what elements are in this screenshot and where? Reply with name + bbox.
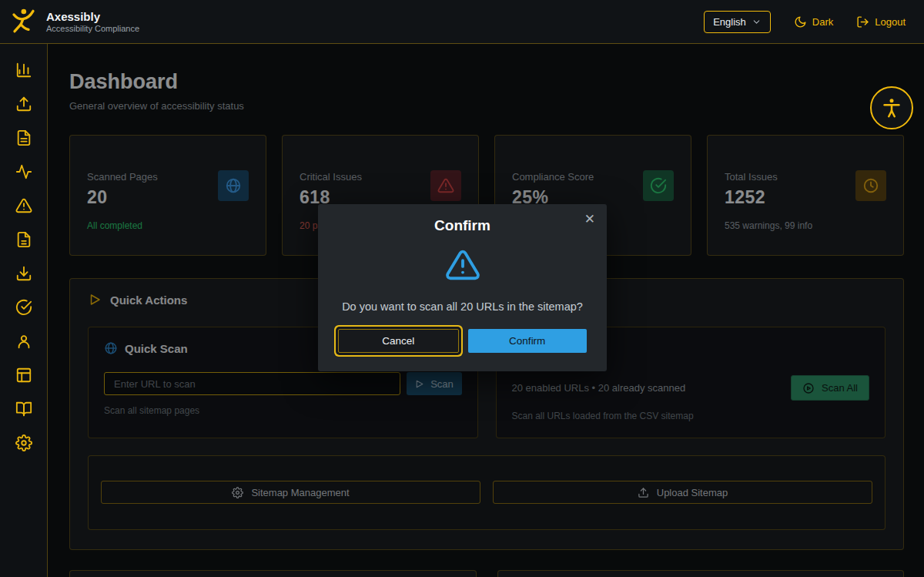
document-icon [15, 231, 32, 248]
sidebar-item-settings[interactable] [15, 434, 33, 451]
check-circle-icon [15, 299, 32, 316]
app-header: Axessibly Accessibility Compliance Engli… [0, 0, 924, 44]
chevron-down-icon [752, 17, 762, 27]
theme-toggle-label: Dark [812, 16, 833, 28]
app-name: Axessibly [46, 10, 139, 25]
upload-icon [15, 96, 32, 112]
layout-icon [15, 367, 32, 384]
alert-triangle-icon [15, 197, 32, 214]
file-text-icon [15, 129, 32, 146]
cancel-button[interactable]: Cancel [338, 329, 459, 353]
user-icon [15, 333, 32, 350]
sidebar-nav [0, 44, 48, 577]
logout-label: Logout [875, 16, 906, 28]
language-selector[interactable]: English [704, 11, 771, 33]
app-identity: Axessibly Accessibility Compliance [46, 10, 139, 34]
sidebar-item-issues[interactable] [15, 196, 33, 214]
close-icon[interactable]: ✕ [584, 213, 595, 226]
language-selector-label: English [713, 16, 746, 28]
sidebar-item-users[interactable] [15, 332, 33, 350]
modal-warning [333, 247, 591, 283]
download-icon [15, 265, 32, 282]
confirm-modal: Confirm ✕ Do you want to scan all 20 URL… [318, 204, 607, 371]
moon-icon [794, 15, 807, 29]
sidebar-item-tasks[interactable] [15, 298, 33, 316]
sidebar-item-reports[interactable] [15, 129, 33, 146]
alert-triangle-icon [445, 247, 480, 283]
activity-icon [15, 163, 32, 180]
settings-icon [15, 434, 32, 451]
modal-message: Do you want to scan all 20 URLs in the s… [333, 300, 591, 313]
accessibility-widget-button[interactable] [870, 86, 913, 129]
sidebar-item-activity[interactable] [15, 163, 33, 180]
sidebar-item-layout[interactable] [15, 366, 33, 384]
sidebar-item-pages[interactable] [15, 230, 33, 248]
modal-title: Confirm [333, 217, 591, 234]
logout-button[interactable]: Logout [856, 15, 906, 29]
sidebar-item-dashboard[interactable] [15, 61, 33, 79]
book-open-icon [15, 401, 32, 418]
logout-icon [856, 15, 869, 29]
bar-chart-icon [15, 62, 32, 79]
app-logo-icon [8, 6, 38, 37]
sidebar-item-docs[interactable] [15, 400, 33, 418]
sidebar-item-upload[interactable] [15, 95, 33, 112]
app-subtitle: Accessibility Compliance [46, 24, 139, 33]
sidebar-item-export[interactable] [15, 264, 33, 282]
confirm-button[interactable]: Confirm [468, 329, 588, 353]
theme-toggle[interactable]: Dark [794, 15, 833, 29]
accessibility-person-icon [880, 96, 903, 119]
